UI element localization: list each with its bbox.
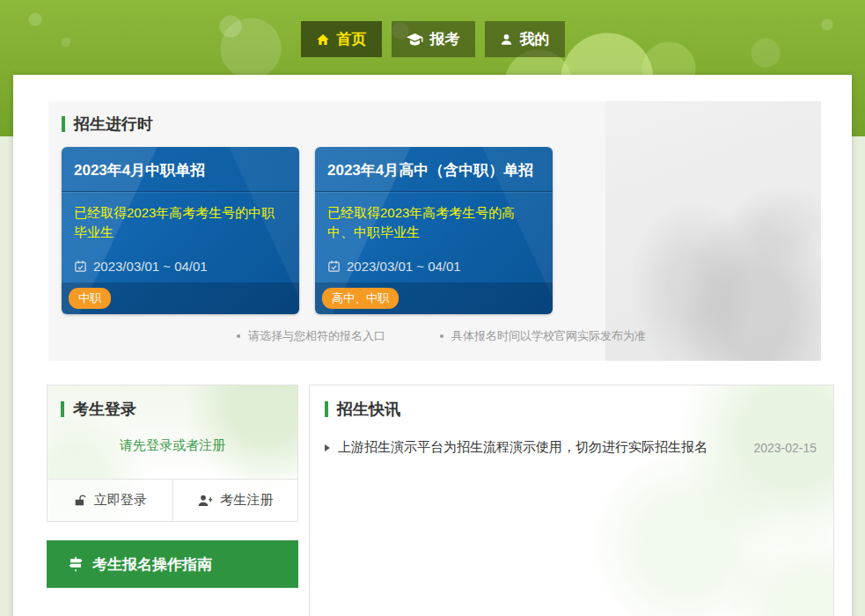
note-text: 请选择与您相符的报名入口 (248, 328, 385, 344)
enrollment-card-gaozhong[interactable]: 2023年4月高中（含中职）单招 已经取得2023年高考考生号的高中、中职毕业生… (315, 147, 553, 314)
tab-apply-label: 报考 (430, 29, 460, 49)
login-section-title: 考生登录 (73, 399, 136, 420)
tab-mine-label: 我的 (520, 29, 550, 49)
card-date-range: 2023/03/01 ~ 04/01 (347, 259, 461, 274)
login-now-label: 立即登录 (94, 492, 147, 509)
news-section-title: 招生快讯 (337, 399, 400, 420)
home-icon (316, 33, 330, 47)
user-plus-icon (197, 494, 213, 508)
candidate-register-button[interactable]: 考生注册 (172, 480, 298, 521)
tab-mine[interactable]: 我的 (485, 21, 565, 57)
login-section-header: 考生登录 (48, 385, 297, 420)
calendar-check-icon (327, 260, 341, 273)
enrollment-cards-row: 2023年4月中职单招 已经取得2023年高考考生号的中职毕业生 2023/03… (62, 147, 821, 314)
card-eligibility-text: 已经取得2023年高考考生号的高中、中职毕业生 (315, 192, 553, 259)
card-eligibility-text: 已经取得2023年高考考生号的中职毕业生 (62, 192, 299, 259)
main-nav: 首页 报考 我的 (0, 21, 865, 57)
note-item: 具体报名时间以学校官网实际发布为准 (440, 328, 646, 344)
graduation-cap-icon (407, 33, 423, 47)
caret-right-icon (325, 444, 330, 451)
green-bar-accent (62, 116, 65, 132)
card-date-range: 2023/03/01 ~ 04/01 (93, 259, 208, 274)
notes-row: 请选择与您相符的报名入口 具体报名时间以学校官网实际发布为准 (62, 328, 821, 344)
main-content: 招生进行时 2023年4月中职单招 已经取得2023年高考考生号的中职毕业生 2… (13, 75, 852, 616)
card-tag-badge: 高中、中职 (322, 288, 399, 309)
login-buttons-row: 立即登录 考生注册 (48, 479, 297, 521)
registration-guide-button[interactable]: 考生报名操作指南 (47, 540, 298, 588)
ongoing-section-header: 招生进行时 (62, 114, 821, 134)
news-section-header: 招生快讯 (325, 399, 818, 420)
card-title: 2023年4月中职单招 (62, 147, 299, 192)
green-bar-accent (325, 401, 328, 417)
tab-home[interactable]: 首页 (301, 21, 382, 57)
registration-guide-label: 考生报名操作指南 (92, 554, 212, 575)
news-item-date: 2023-02-15 (753, 441, 818, 455)
tab-apply[interactable]: 报考 (392, 21, 475, 57)
news-panel: 招生快讯 上游招生演示平台为招生流程演示使用，切勿进行实际招生报名 2023-0… (309, 385, 834, 616)
news-item-text: 上游招生演示平台为招生流程演示使用，切勿进行实际招生报名 (338, 439, 745, 456)
card-tag-strip: 中职 (62, 282, 299, 314)
card-title: 2023年4月高中（含中职）单招 (315, 147, 553, 192)
news-list-item[interactable]: 上游招生演示平台为招生流程演示使用，切勿进行实际招生报名 2023-02-15 (325, 439, 818, 456)
card-tag-badge: 中职 (69, 288, 111, 309)
card-date-row: 2023/03/01 ~ 04/01 (62, 259, 299, 282)
green-bar-accent (61, 401, 64, 417)
note-text: 具体报名时间以学校官网实际发布为准 (451, 328, 646, 344)
calendar-check-icon (74, 260, 87, 273)
enrollment-card-zhongzhi[interactable]: 2023年4月中职单招 已经取得2023年高考考生号的中职毕业生 2023/03… (62, 147, 299, 314)
left-column: 考生登录 请先登录或者注册 立即登录 考生注册 (47, 385, 298, 616)
card-tag-strip: 高中、中职 (315, 282, 553, 314)
bullet-dot (237, 334, 240, 338)
login-or-register-link[interactable]: 请先登录或者注册 (48, 437, 297, 454)
tab-home-label: 首页 (337, 29, 367, 49)
ongoing-section-title: 招生进行时 (74, 114, 153, 135)
dandelion-watermark (310, 385, 833, 616)
card-date-row: 2023/03/01 ~ 04/01 (315, 259, 553, 282)
candidate-login-card: 考生登录 请先登录或者注册 立即登录 考生注册 (47, 385, 298, 522)
candidate-register-label: 考生注册 (220, 492, 273, 509)
bullet-dot (440, 334, 443, 338)
signpost-icon (68, 556, 84, 572)
unlock-icon (73, 494, 87, 508)
note-item: 请选择与您相符的报名入口 (237, 328, 385, 344)
user-icon (500, 33, 513, 47)
ongoing-enrollment-panel: 招生进行时 2023年4月中职单招 已经取得2023年高考考生号的中职毕业生 2… (48, 101, 821, 361)
login-now-button[interactable]: 立即登录 (48, 480, 172, 521)
lower-columns: 考生登录 请先登录或者注册 立即登录 考生注册 (47, 385, 834, 616)
